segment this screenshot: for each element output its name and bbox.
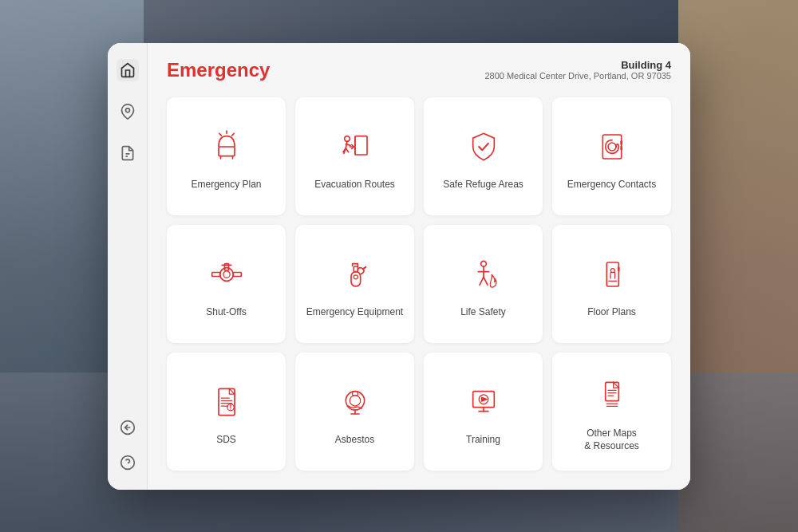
svg-point-15 xyxy=(344,136,350,141)
label-evacuation-routes: Evacuation Routes xyxy=(314,179,395,191)
label-emergency-equipment: Emergency Equipment xyxy=(306,306,403,319)
asbestos-icon xyxy=(333,380,377,424)
extinguisher-icon xyxy=(333,252,377,297)
svg-rect-13 xyxy=(355,136,367,154)
grid-item-other-maps[interactable]: Other Maps& Resources xyxy=(552,353,671,471)
svg-point-23 xyxy=(223,271,229,278)
label-floor-plans: Floor Plans xyxy=(587,306,636,319)
svg-point-0 xyxy=(125,108,129,112)
svg-rect-21 xyxy=(233,272,241,276)
svg-rect-32 xyxy=(606,262,618,286)
sidebar xyxy=(108,43,148,490)
label-training: Training xyxy=(466,434,500,447)
label-other-maps: Other Maps& Resources xyxy=(584,428,639,452)
label-asbestos: Asbestos xyxy=(335,434,374,447)
building-name: Building 4 xyxy=(484,59,671,71)
building-info: Building 4 2800 Medical Center Drive, Po… xyxy=(484,59,671,81)
sidebar-bottom xyxy=(117,416,139,474)
evacuation-icon xyxy=(333,124,377,169)
header: Emergency Building 4 2800 Medical Center… xyxy=(167,59,671,81)
building-address: 2800 Medical Center Drive, Portland, OR … xyxy=(484,71,671,81)
svg-line-9 xyxy=(231,133,234,136)
label-emergency-plan: Emergency Plan xyxy=(191,179,261,191)
app-container: Emergency Building 4 2800 Medical Center… xyxy=(108,43,690,490)
svg-point-43 xyxy=(230,408,231,409)
label-safe-refuge: Safe Refuge Areas xyxy=(443,179,523,191)
svg-line-10 xyxy=(219,133,221,136)
document-icon[interactable] xyxy=(117,142,139,164)
svg-point-33 xyxy=(610,268,614,272)
grid-item-emergency-plan[interactable]: Emergency Plan xyxy=(167,97,286,215)
app-title: Emergency xyxy=(167,59,270,81)
alarm-icon xyxy=(204,124,249,169)
grid-item-sds[interactable]: SDS xyxy=(167,353,286,471)
svg-point-17 xyxy=(608,143,616,151)
grid-item-emergency-contacts[interactable]: Emergency Contacts xyxy=(552,97,671,215)
svg-rect-7 xyxy=(219,147,235,156)
main-content: Emergency Building 4 2800 Medical Center… xyxy=(148,43,690,490)
floor-plan-icon xyxy=(590,252,634,297)
label-emergency-contacts: Emergency Contacts xyxy=(567,179,656,191)
svg-rect-20 xyxy=(211,272,219,276)
grid-item-training[interactable]: Training xyxy=(424,353,543,471)
svg-point-45 xyxy=(350,395,360,405)
menu-grid: Emergency Plan xyxy=(167,97,671,471)
help-icon[interactable] xyxy=(117,451,139,474)
svg-point-29 xyxy=(354,275,358,279)
label-sds: SDS xyxy=(216,434,236,447)
training-icon xyxy=(461,380,506,424)
grid-item-safe-refuge-areas[interactable]: Safe Refuge Areas xyxy=(424,97,543,215)
maps-icon xyxy=(590,373,634,418)
contact-book-icon xyxy=(590,124,634,169)
label-shut-offs: Shut-Offs xyxy=(206,306,246,319)
fire-person-icon xyxy=(461,252,506,297)
label-life-safety: Life Safety xyxy=(460,306,506,319)
grid-item-asbestos[interactable]: Asbestos xyxy=(295,353,414,471)
valve-icon xyxy=(204,252,249,297)
grid-item-evacuation-routes[interactable]: Evacuation Routes xyxy=(295,97,414,215)
home-icon[interactable] xyxy=(117,59,139,81)
grid-item-life-safety[interactable]: Life Safety xyxy=(424,225,543,343)
svg-point-30 xyxy=(480,261,486,266)
svg-point-22 xyxy=(219,267,233,281)
grid-item-shut-offs[interactable]: Shut-Offs xyxy=(167,225,286,343)
sds-icon xyxy=(204,380,249,424)
grid-item-floor-plans[interactable]: Floor Plans xyxy=(552,225,671,343)
back-icon[interactable] xyxy=(117,416,139,439)
svg-rect-36 xyxy=(219,388,235,415)
grid-item-emergency-equipment[interactable]: Emergency Equipment xyxy=(295,225,414,343)
shield-check-icon xyxy=(461,124,506,169)
location-icon[interactable] xyxy=(117,100,139,123)
svg-line-28 xyxy=(363,267,365,270)
